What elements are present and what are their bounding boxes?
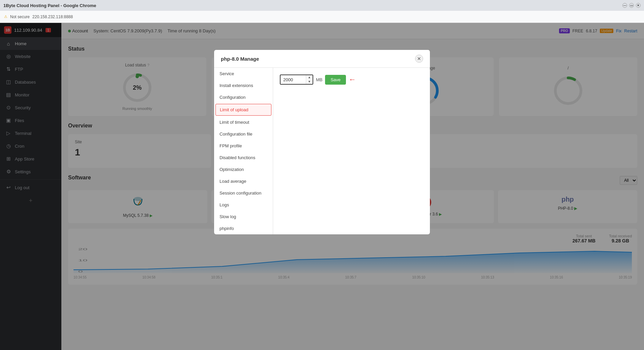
maximize-button[interactable]: ▭ <box>629 3 634 8</box>
spinner-controls: ▲ ▼ <box>306 75 313 84</box>
browser-controls[interactable]: — ▭ ✕ <box>622 3 641 8</box>
modal-body: Service Install extensions Configuration… <box>214 68 430 234</box>
php-manage-modal: php-8.0 Manage ✕ Service Install extensi… <box>214 50 430 234</box>
menu-install-extensions[interactable]: Install extensions <box>214 80 273 91</box>
upload-limit-row: ▲ ▼ MB Save ← <box>280 75 423 85</box>
menu-phpinfo[interactable]: phpinfo <box>214 223 273 234</box>
modal-overlay: php-8.0 Manage ✕ Service Install extensi… <box>0 23 644 350</box>
browser-titlebar: 1Byte Cloud Hosting Panel - Google Chrom… <box>0 0 644 11</box>
browser-title: 1Byte Cloud Hosting Panel - Google Chrom… <box>3 3 96 8</box>
menu-logs[interactable]: Logs <box>214 199 273 211</box>
menu-load-average[interactable]: Load average <box>214 175 273 187</box>
menu-configuration-file[interactable]: Configuration file <box>214 128 273 140</box>
menu-configuration[interactable]: Configuration <box>214 91 273 103</box>
menu-optimization[interactable]: Optimization <box>214 164 273 175</box>
spinner-up[interactable]: ▲ <box>306 75 313 80</box>
modal-title: php-8.0 Manage <box>221 56 259 62</box>
menu-slow-log[interactable]: Slow log <box>214 211 273 223</box>
minimize-button[interactable]: — <box>622 3 627 8</box>
menu-disabled-functions[interactable]: Disabled functions <box>214 152 273 164</box>
menu-fpm-profile[interactable]: FPM profile <box>214 140 273 152</box>
menu-limit-of-timeout[interactable]: Limit of timeout <box>214 116 273 128</box>
browser-title-left: 1Byte Cloud Hosting Panel - Google Chrom… <box>3 3 96 8</box>
menu-session-configuration[interactable]: Session configuration <box>214 187 273 199</box>
red-arrow-indicator: ← <box>349 75 356 84</box>
close-button[interactable]: ✕ <box>636 3 641 8</box>
upload-input-wrapper: ▲ ▼ <box>280 75 313 85</box>
menu-limit-of-upload[interactable]: Limit of upload <box>215 104 271 116</box>
save-button[interactable]: Save <box>325 75 346 85</box>
modal-sidebar: Service Install extensions Configuration… <box>214 68 273 234</box>
spinner-down[interactable]: ▼ <box>306 80 313 84</box>
modal-close-button[interactable]: ✕ <box>415 55 423 63</box>
modal-header: php-8.0 Manage ✕ <box>214 50 430 68</box>
address-bar: ⚠ Not secure 220.158.232.118:8888 <box>0 11 644 23</box>
not-secure-label: Not secure <box>10 14 30 19</box>
warning-icon: ⚠ <box>4 14 7 19</box>
modal-content-area: ▲ ▼ MB Save ← <box>273 68 430 234</box>
upload-limit-input[interactable] <box>281 76 306 84</box>
menu-service[interactable]: Service <box>214 68 273 80</box>
address-display[interactable]: 220.158.232.118:8888 <box>32 14 73 19</box>
unit-label: MB <box>316 77 323 82</box>
